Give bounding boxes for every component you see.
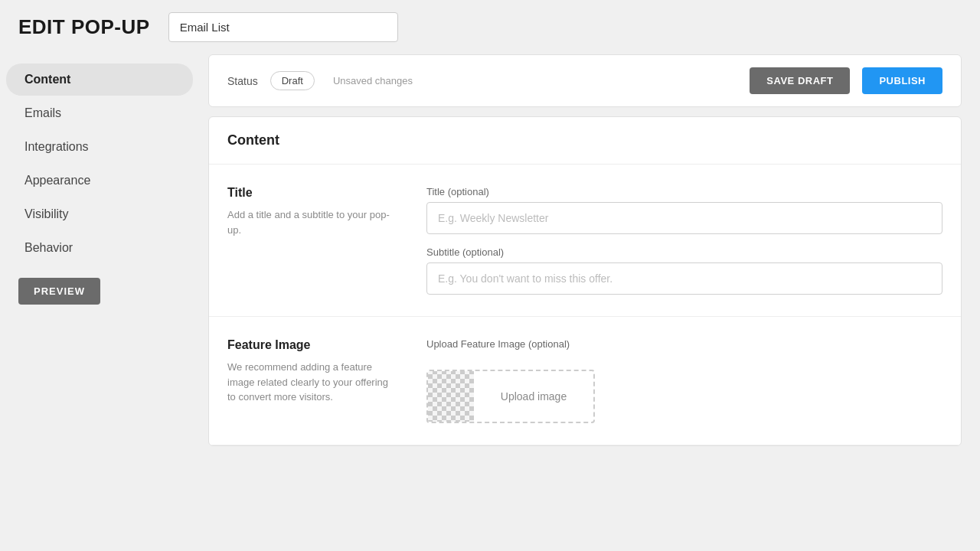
subtitle-field-group: Subtitle (optional) — [426, 246, 942, 295]
content-card: Content Title Add a title and a subtitle… — [208, 116, 962, 446]
upload-area[interactable]: Upload image — [426, 370, 595, 423]
top-bar: EDIT POP-UP — [0, 0, 980, 54]
sidebar-item-emails[interactable]: Emails — [6, 97, 193, 129]
sidebar-item-appearance[interactable]: Appearance — [6, 165, 193, 197]
status-badge: Draft — [270, 71, 315, 90]
feature-image-title: Feature Image — [227, 338, 396, 352]
section-title-left: Title Add a title and a subtitle to your… — [227, 186, 396, 295]
sidebar-item-visibility[interactable]: Visibility — [6, 198, 193, 230]
upload-button-area: Upload image — [474, 371, 593, 422]
upload-image-button[interactable]: Upload image — [492, 384, 576, 409]
popup-name-input[interactable] — [168, 12, 398, 42]
unsaved-changes-text: Unsaved changes — [333, 75, 413, 86]
image-placeholder — [428, 370, 474, 423]
title-section-desc: Add a title and a subtitle to your pop-u… — [227, 207, 396, 237]
section-feature-image-left: Feature Image We recommend adding a feat… — [227, 338, 396, 423]
section-feature-image-right: Upload Feature Image (optional) Upload i… — [426, 338, 942, 423]
title-section-title: Title — [227, 186, 396, 200]
section-title-right: Title (optional) Subtitle (optional) — [426, 186, 942, 295]
sidebar-item-behavior[interactable]: Behavior — [6, 232, 193, 264]
subtitle-input[interactable] — [426, 262, 942, 295]
status-label: Status — [227, 75, 258, 87]
section-title: Title Add a title and a subtitle to your… — [209, 165, 961, 317]
title-field-label: Title (optional) — [426, 186, 942, 197]
save-draft-button[interactable]: SAVE DRAFT — [750, 67, 850, 94]
upload-label: Upload Feature Image (optional) — [426, 338, 942, 350]
preview-button[interactable]: PREVIEW — [18, 278, 100, 305]
main-layout: Content Emails Integrations Appearance V… — [0, 54, 980, 551]
section-feature-image: Feature Image We recommend adding a feat… — [209, 317, 961, 445]
title-input[interactable] — [426, 202, 942, 234]
content-area: Status Draft Unsaved changes SAVE DRAFT … — [199, 54, 980, 551]
sidebar: Content Emails Integrations Appearance V… — [0, 54, 199, 551]
title-field-group: Title (optional) — [426, 186, 942, 234]
sidebar-item-content[interactable]: Content — [6, 64, 193, 96]
subtitle-field-label: Subtitle (optional) — [426, 246, 942, 258]
feature-image-desc: We recommend adding a feature image rela… — [227, 360, 396, 405]
sidebar-item-integrations[interactable]: Integrations — [6, 131, 193, 163]
page-title: EDIT POP-UP — [18, 15, 150, 39]
publish-button[interactable]: PUBLISH — [862, 67, 942, 94]
content-card-header: Content — [209, 117, 961, 165]
status-bar: Status Draft Unsaved changes SAVE DRAFT … — [208, 54, 962, 107]
